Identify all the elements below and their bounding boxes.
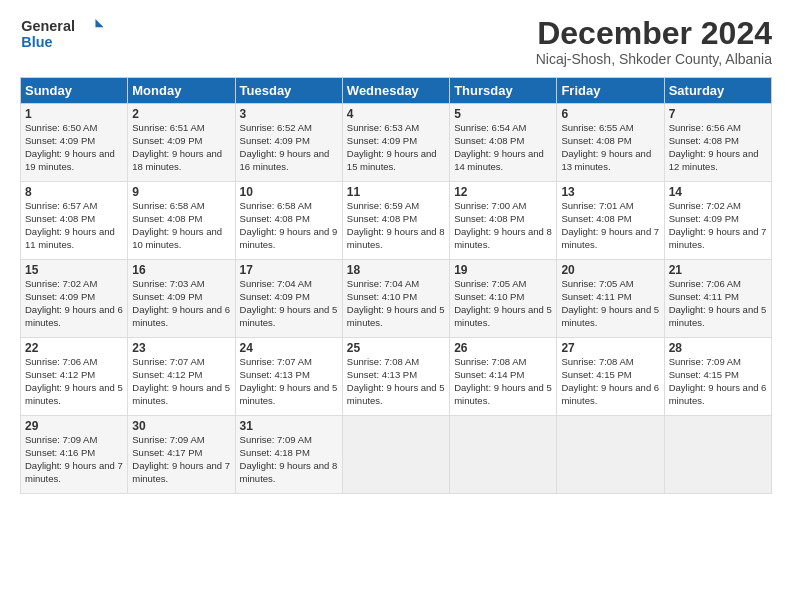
day-number: 7 (669, 107, 767, 121)
svg-text:General: General (21, 18, 75, 34)
day-number: 19 (454, 263, 552, 277)
calendar-cell: 25 Sunrise: 7:08 AMSunset: 4:13 PMDaylig… (342, 338, 449, 416)
day-number: 29 (25, 419, 123, 433)
calendar-week-5: 29 Sunrise: 7:09 AMSunset: 4:16 PMDaylig… (21, 416, 772, 494)
day-number: 31 (240, 419, 338, 433)
day-info: Sunrise: 7:06 AMSunset: 4:11 PMDaylight:… (669, 278, 767, 327)
day-info: Sunrise: 7:09 AMSunset: 4:15 PMDaylight:… (669, 356, 767, 405)
calendar-cell (664, 416, 771, 494)
day-number: 23 (132, 341, 230, 355)
day-info: Sunrise: 6:54 AMSunset: 4:08 PMDaylight:… (454, 122, 544, 171)
calendar-week-1: 1 Sunrise: 6:50 AMSunset: 4:09 PMDayligh… (21, 104, 772, 182)
day-number: 16 (132, 263, 230, 277)
calendar-cell: 6 Sunrise: 6:55 AMSunset: 4:08 PMDayligh… (557, 104, 664, 182)
col-friday: Friday (557, 78, 664, 104)
day-info: Sunrise: 7:09 AMSunset: 4:18 PMDaylight:… (240, 434, 338, 483)
day-number: 4 (347, 107, 445, 121)
day-number: 1 (25, 107, 123, 121)
svg-text:Blue: Blue (21, 34, 52, 50)
calendar-cell (342, 416, 449, 494)
page: General Blue December 2024 Nicaj-Shosh, … (0, 0, 792, 612)
day-info: Sunrise: 6:58 AMSunset: 4:08 PMDaylight:… (132, 200, 222, 249)
col-tuesday: Tuesday (235, 78, 342, 104)
calendar-cell: 1 Sunrise: 6:50 AMSunset: 4:09 PMDayligh… (21, 104, 128, 182)
calendar-cell: 21 Sunrise: 7:06 AMSunset: 4:11 PMDaylig… (664, 260, 771, 338)
day-info: Sunrise: 6:55 AMSunset: 4:08 PMDaylight:… (561, 122, 651, 171)
calendar-cell: 30 Sunrise: 7:09 AMSunset: 4:17 PMDaylig… (128, 416, 235, 494)
month-title: December 2024 (536, 16, 772, 51)
calendar-cell: 2 Sunrise: 6:51 AMSunset: 4:09 PMDayligh… (128, 104, 235, 182)
day-info: Sunrise: 7:02 AMSunset: 4:09 PMDaylight:… (669, 200, 767, 249)
day-info: Sunrise: 6:52 AMSunset: 4:09 PMDaylight:… (240, 122, 330, 171)
day-info: Sunrise: 6:58 AMSunset: 4:08 PMDaylight:… (240, 200, 338, 249)
day-info: Sunrise: 6:59 AMSunset: 4:08 PMDaylight:… (347, 200, 445, 249)
day-info: Sunrise: 7:08 AMSunset: 4:13 PMDaylight:… (347, 356, 445, 405)
calendar-cell: 12 Sunrise: 7:00 AMSunset: 4:08 PMDaylig… (450, 182, 557, 260)
calendar-cell: 9 Sunrise: 6:58 AMSunset: 4:08 PMDayligh… (128, 182, 235, 260)
day-info: Sunrise: 7:08 AMSunset: 4:15 PMDaylight:… (561, 356, 659, 405)
calendar-cell: 3 Sunrise: 6:52 AMSunset: 4:09 PMDayligh… (235, 104, 342, 182)
calendar-cell: 20 Sunrise: 7:05 AMSunset: 4:11 PMDaylig… (557, 260, 664, 338)
day-info: Sunrise: 7:03 AMSunset: 4:09 PMDaylight:… (132, 278, 230, 327)
calendar-cell: 5 Sunrise: 6:54 AMSunset: 4:08 PMDayligh… (450, 104, 557, 182)
calendar-cell: 19 Sunrise: 7:05 AMSunset: 4:10 PMDaylig… (450, 260, 557, 338)
day-info: Sunrise: 6:53 AMSunset: 4:09 PMDaylight:… (347, 122, 437, 171)
calendar-week-4: 22 Sunrise: 7:06 AMSunset: 4:12 PMDaylig… (21, 338, 772, 416)
col-monday: Monday (128, 78, 235, 104)
svg-marker-2 (95, 19, 103, 27)
day-info: Sunrise: 7:08 AMSunset: 4:14 PMDaylight:… (454, 356, 552, 405)
day-number: 12 (454, 185, 552, 199)
logo: General Blue (20, 16, 105, 52)
calendar-cell (450, 416, 557, 494)
calendar-cell: 7 Sunrise: 6:56 AMSunset: 4:08 PMDayligh… (664, 104, 771, 182)
calendar-cell: 16 Sunrise: 7:03 AMSunset: 4:09 PMDaylig… (128, 260, 235, 338)
calendar-cell (557, 416, 664, 494)
day-info: Sunrise: 7:05 AMSunset: 4:11 PMDaylight:… (561, 278, 659, 327)
day-number: 20 (561, 263, 659, 277)
day-number: 2 (132, 107, 230, 121)
col-sunday: Sunday (21, 78, 128, 104)
calendar-cell: 18 Sunrise: 7:04 AMSunset: 4:10 PMDaylig… (342, 260, 449, 338)
calendar-cell: 28 Sunrise: 7:09 AMSunset: 4:15 PMDaylig… (664, 338, 771, 416)
calendar-cell: 23 Sunrise: 7:07 AMSunset: 4:12 PMDaylig… (128, 338, 235, 416)
calendar-week-3: 15 Sunrise: 7:02 AMSunset: 4:09 PMDaylig… (21, 260, 772, 338)
day-number: 21 (669, 263, 767, 277)
day-number: 28 (669, 341, 767, 355)
day-number: 15 (25, 263, 123, 277)
calendar-table: Sunday Monday Tuesday Wednesday Thursday… (20, 77, 772, 494)
location-subtitle: Nicaj-Shosh, Shkoder County, Albania (536, 51, 772, 67)
day-info: Sunrise: 7:09 AMSunset: 4:16 PMDaylight:… (25, 434, 123, 483)
day-info: Sunrise: 7:06 AMSunset: 4:12 PMDaylight:… (25, 356, 123, 405)
day-number: 27 (561, 341, 659, 355)
day-number: 6 (561, 107, 659, 121)
calendar-cell: 22 Sunrise: 7:06 AMSunset: 4:12 PMDaylig… (21, 338, 128, 416)
calendar-cell: 14 Sunrise: 7:02 AMSunset: 4:09 PMDaylig… (664, 182, 771, 260)
calendar-body: 1 Sunrise: 6:50 AMSunset: 4:09 PMDayligh… (21, 104, 772, 494)
day-info: Sunrise: 7:01 AMSunset: 4:08 PMDaylight:… (561, 200, 659, 249)
day-number: 25 (347, 341, 445, 355)
day-number: 10 (240, 185, 338, 199)
calendar-cell: 24 Sunrise: 7:07 AMSunset: 4:13 PMDaylig… (235, 338, 342, 416)
day-number: 3 (240, 107, 338, 121)
calendar-cell: 26 Sunrise: 7:08 AMSunset: 4:14 PMDaylig… (450, 338, 557, 416)
day-info: Sunrise: 7:07 AMSunset: 4:12 PMDaylight:… (132, 356, 230, 405)
calendar-cell: 17 Sunrise: 7:04 AMSunset: 4:09 PMDaylig… (235, 260, 342, 338)
calendar-cell: 27 Sunrise: 7:08 AMSunset: 4:15 PMDaylig… (557, 338, 664, 416)
header-row: Sunday Monday Tuesday Wednesday Thursday… (21, 78, 772, 104)
col-wednesday: Wednesday (342, 78, 449, 104)
day-number: 17 (240, 263, 338, 277)
calendar-cell: 10 Sunrise: 6:58 AMSunset: 4:08 PMDaylig… (235, 182, 342, 260)
day-number: 13 (561, 185, 659, 199)
col-saturday: Saturday (664, 78, 771, 104)
calendar-cell: 8 Sunrise: 6:57 AMSunset: 4:08 PMDayligh… (21, 182, 128, 260)
calendar-week-2: 8 Sunrise: 6:57 AMSunset: 4:08 PMDayligh… (21, 182, 772, 260)
day-info: Sunrise: 6:50 AMSunset: 4:09 PMDaylight:… (25, 122, 115, 171)
day-number: 26 (454, 341, 552, 355)
day-number: 9 (132, 185, 230, 199)
day-number: 14 (669, 185, 767, 199)
day-number: 24 (240, 341, 338, 355)
day-number: 18 (347, 263, 445, 277)
day-number: 22 (25, 341, 123, 355)
day-info: Sunrise: 7:00 AMSunset: 4:08 PMDaylight:… (454, 200, 552, 249)
day-info: Sunrise: 7:09 AMSunset: 4:17 PMDaylight:… (132, 434, 230, 483)
